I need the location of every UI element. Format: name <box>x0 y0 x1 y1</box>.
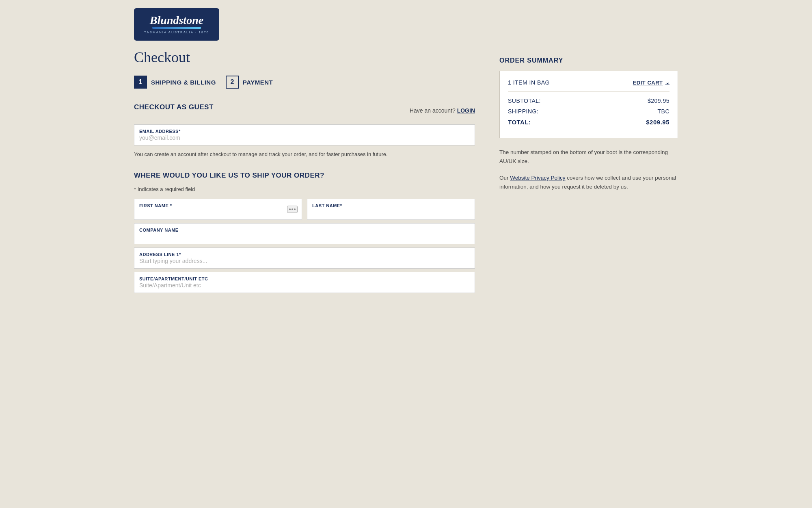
suite-input[interactable] <box>139 282 470 289</box>
address-line1-input[interactable] <box>139 258 470 264</box>
shipping-heading: WHERE WOULD YOU LIKE US TO SHIP YOUR ORD… <box>134 172 475 180</box>
autofill-dot-1 <box>289 208 291 210</box>
company-name-input[interactable] <box>139 233 470 240</box>
privacy-policy-link[interactable]: Website Privacy Policy <box>510 175 565 181</box>
helper-text: You can create an account after checkout… <box>134 150 475 158</box>
right-column: ORDER SUMMARY 1 ITEM IN BAG EDIT CART ⌄ … <box>499 8 678 296</box>
edit-cart-link[interactable]: EDIT CART ⌄ <box>633 80 669 86</box>
last-name-label: LAST NAME* <box>312 203 470 208</box>
email-field-wrapper: EMAIL ADDRESS* <box>134 124 475 145</box>
step-1[interactable]: 1 SHIPPING & BILLING <box>134 76 216 89</box>
last-name-input[interactable] <box>312 209 470 215</box>
logo-tagline: Tasmania Australia · 1870 <box>144 30 209 34</box>
shipping-value: TBC <box>658 108 670 115</box>
autofill-icon <box>287 206 298 213</box>
step-2-number: 2 <box>226 76 239 89</box>
chevron-down-icon: ⌄ <box>665 80 670 85</box>
logo: Blundstone Tasmania Australia · 1870 <box>134 8 219 41</box>
step-2[interactable]: 2 PAYMENT <box>226 76 273 89</box>
total-label: TOTAL: <box>508 119 531 126</box>
total-value: $209.95 <box>646 119 669 126</box>
step-1-label: SHIPPING & BILLING <box>151 79 216 86</box>
login-prompt: Have an account? LOGIN <box>410 107 475 114</box>
suite-field: SUITE/APARTMENT/UNIT ETC <box>134 272 475 293</box>
logo-underline <box>152 27 201 29</box>
address-line1-field: ADDRESS LINE 1* <box>134 247 475 269</box>
subtotal-line: SUBTOTAL: $209.95 <box>508 98 669 104</box>
steps-bar: 1 SHIPPING & BILLING 2 PAYMENT <box>134 76 475 89</box>
subtotal-value: $209.95 <box>648 98 669 104</box>
company-name-label: COMPANY NAME <box>139 228 470 232</box>
last-name-field: LAST NAME* <box>307 199 475 220</box>
suite-label: SUITE/APARTMENT/UNIT ETC <box>139 276 470 281</box>
step-2-label: PAYMENT <box>243 79 273 86</box>
order-summary-title: ORDER SUMMARY <box>499 57 678 64</box>
shipping-line: SHIPPING: TBC <box>508 108 669 115</box>
edit-cart-label: EDIT CART <box>633 80 663 86</box>
first-name-field: FIRST NAME * <box>134 199 302 220</box>
autofill-dot-3 <box>294 208 296 210</box>
autofill-dot-2 <box>292 208 293 210</box>
guest-checkout-heading: CHECKOUT AS GUEST <box>134 103 214 111</box>
step-1-number: 1 <box>134 76 147 89</box>
first-name-label: FIRST NAME * <box>139 203 297 208</box>
address-line1-label: ADDRESS LINE 1* <box>139 252 470 257</box>
summary-items-row: 1 ITEM IN BAG EDIT CART ⌄ <box>508 79 669 92</box>
summary-box: 1 ITEM IN BAG EDIT CART ⌄ SUBTOTAL: $209… <box>499 71 678 138</box>
email-input[interactable] <box>139 135 470 141</box>
total-line: TOTAL: $209.95 <box>508 119 669 126</box>
first-name-input[interactable] <box>139 209 297 215</box>
guest-checkout-header: CHECKOUT AS GUEST Have an account? LOGIN <box>134 103 475 118</box>
subtotal-label: SUBTOTAL: <box>508 98 541 104</box>
shipping-label: SHIPPING: <box>508 108 538 115</box>
company-name-field: COMPANY NAME <box>134 223 475 244</box>
items-count: 1 ITEM IN BAG <box>508 79 550 86</box>
brand-name: Blundstone <box>150 15 203 26</box>
email-field-container: EMAIL ADDRESS* <box>134 124 475 145</box>
shipping-section: WHERE WOULD YOU LIKE US TO SHIP YOUR ORD… <box>134 172 475 293</box>
page-title: Checkout <box>134 49 475 66</box>
name-row: FIRST NAME * LAST NAME* <box>134 199 475 223</box>
required-note: * Indicates a required field <box>134 186 475 192</box>
email-label: EMAIL ADDRESS* <box>139 129 470 134</box>
privacy-text: Our Website Privacy Policy covers how we… <box>499 174 678 191</box>
login-link[interactable]: LOGIN <box>457 107 475 114</box>
boot-size-note: The number stamped on the bottom of your… <box>499 148 678 165</box>
